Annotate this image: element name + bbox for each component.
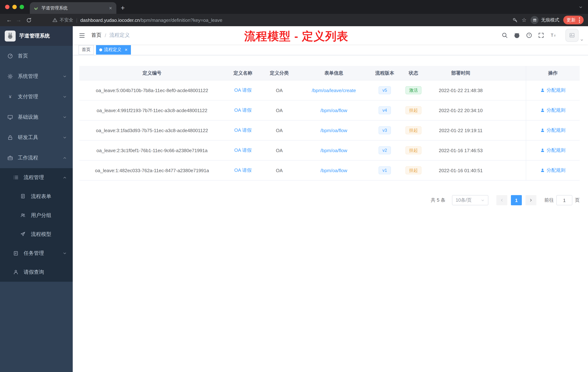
cell-definition-id: oa_leave:1:482ec033-762a-11ec-8477-a2380… [79,161,225,180]
cell-category: OA [261,141,297,160]
next-page-button[interactable] [525,195,536,205]
github-icon[interactable] [514,32,520,39]
page-button-1[interactable]: 1 [511,195,522,205]
gear-icon [7,74,13,79]
sidebar-item-process-form[interactable]: 流程表单 [0,187,73,206]
table-row: oa_leave:4:991f2193-7b7f-11ec-a3c8-acde4… [79,100,580,120]
sidebar-item-user-groups[interactable]: 用户分组 [0,206,73,225]
assign-rule-link[interactable]: 分配规则 [540,87,566,94]
page-content: 定义编号 定义名称 定义分类 表单信息 流程版本 状态 部署时间 操作 oa_l… [73,55,588,372]
form-info-link[interactable]: /bpm/oa/flow [320,148,347,153]
sidebar-item-devtools[interactable]: 研发工具 [0,127,73,148]
form-info-link[interactable]: /bpm/oa/flow [320,168,347,173]
sidebar-item-home[interactable]: 首页 [0,46,73,66]
pagination-goto: 前往 页 [544,195,580,205]
security-status[interactable]: 不安全 [52,17,73,23]
app-title: 芋道管理系统 [19,33,50,39]
password-key-icon[interactable] [512,17,518,23]
window-controls [4,0,28,14]
tab-close-icon[interactable]: × [108,5,113,11]
form-info-link[interactable]: /bpm/oa/flow [320,128,347,133]
sidebar-toggle-icon[interactable] [79,32,85,39]
chevron-down-icon [63,74,67,79]
breadcrumb-current: 流程定义 [109,32,130,39]
avatar[interactable] [566,29,578,42]
zoom-window-button[interactable] [20,5,24,9]
status-badge: 挂起 [405,126,421,134]
fullscreen-icon[interactable] [538,32,544,39]
minimize-window-button[interactable] [12,5,17,9]
sidebar-item-workflow[interactable]: 工作流程 [0,148,73,168]
sidebar-logo[interactable]: 芋道管理系统 [0,26,73,46]
definition-name-link[interactable]: OA 请假 [234,147,252,153]
assign-rule-link[interactable]: 分配规则 [540,167,566,174]
form-info-link[interactable]: /bpm/oa/leave/create [312,88,356,93]
search-icon[interactable] [502,32,508,39]
prev-page-button[interactable] [496,195,507,205]
sidebar-item-infrastructure[interactable]: 基础设施 [0,107,73,127]
breadcrumb-home[interactable]: 首页 [91,32,101,39]
assign-rule-link[interactable]: 分配规则 [540,127,566,134]
table-header: 定义编号 定义名称 定义分类 表单信息 流程版本 状态 部署时间 操作 [79,66,580,80]
cell-deploy-time: 2022-01-22 20:34:10 [428,100,494,120]
font-size-icon[interactable]: TT [550,32,557,39]
goto-page-input[interactable] [556,195,572,205]
chevron-down-icon [63,135,67,140]
cell-category: OA [261,161,297,180]
breadcrumb: 首页 / 流程定义 [91,32,130,39]
definition-name-link[interactable]: OA 请假 [234,107,252,114]
avatar-caret-icon[interactable] [580,38,584,42]
warning-icon [52,17,57,22]
new-tab-button[interactable]: + [121,4,125,11]
update-label: 更新 [567,17,576,23]
update-button[interactable]: 更新 [563,16,584,24]
address-bar[interactable]: 不安全 | dashboard.yudao.iocoder.cn/bpm/man… [52,17,222,23]
main-area: 首页 / 流程定义 流程模型 - 定义列表 ? TT [73,26,588,372]
table-row: oa_leave:1:482ec033-762a-11ec-8477-a2380… [79,161,580,181]
form-info-link[interactable]: /bpm/oa/flow [320,108,347,113]
browser-toolbar: ← → 不安全 | dashboard.yudao.iocoder.cn/bpm… [0,14,588,26]
url-path: /bpm/manager/definition?key=oa_leave [140,17,222,23]
bookmark-star-icon[interactable]: ☆ [522,17,526,23]
version-badge: v3 [378,126,391,134]
tab-search-chevron-icon[interactable] [578,5,583,10]
definition-name-link[interactable]: OA 请假 [234,167,252,174]
app-navbar: 首页 / 流程定义 流程模型 - 定义列表 ? TT [73,26,588,44]
clipboard-icon [13,251,19,256]
close-window-button[interactable] [5,5,10,9]
url-text[interactable]: dashboard.yudao.iocoder.cn/bpm/manager/d… [80,17,222,23]
table-row: oa_leave:2:3c1f0ef1-76b1-11ec-9c66-a2380… [79,141,580,161]
page-size-select[interactable]: 10条/页 [452,195,488,205]
sidebar-item-task-management[interactable]: 任务管理 [0,244,73,263]
user-menu[interactable] [566,29,578,42]
cell-category: OA [261,120,297,140]
table-row: oa_leave:5:004b710b-7b8a-11ec-8ef0-acde4… [79,80,580,100]
briefcase-icon [7,155,13,161]
sidebar-item-process-model[interactable]: 流程模型 [0,225,73,244]
url-host: dashboard.yudao.iocoder.cn [80,17,140,23]
help-icon[interactable]: ? [526,32,532,39]
site-favicon-icon [33,5,39,11]
browser-menu-icon[interactable] [578,17,580,22]
sidebar-item-system[interactable]: 系统管理 [0,66,73,87]
definition-name-link[interactable]: OA 请假 [234,87,252,94]
incognito-badge: 无痕模式 [531,16,559,24]
incognito-label: 无痕模式 [541,17,559,23]
assign-rule-link[interactable]: 分配规则 [540,147,566,153]
user-icon [540,128,545,132]
yen-icon: ¥ [7,94,13,100]
tag-home[interactable]: 首页 [79,45,94,55]
sidebar-item-leave-query[interactable]: 请假查询 [0,263,73,282]
assign-rule-link[interactable]: 分配规则 [540,107,566,114]
lock-icon [7,135,13,141]
tag-close-icon[interactable]: × [125,47,127,52]
sidebar-item-process-management[interactable]: 流程管理 [0,168,73,187]
reload-button[interactable] [24,17,33,23]
definition-name-link[interactable]: OA 请假 [234,127,252,134]
back-button[interactable]: ← [4,17,14,23]
browser-tab[interactable]: 芋道管理系统 × [30,2,116,14]
forward-button[interactable]: → [14,17,23,23]
sidebar-item-payment[interactable]: ¥ 支付管理 [0,87,73,107]
tag-process-definition[interactable]: 流程定义 × [96,45,131,55]
status-badge: 挂起 [405,106,421,114]
